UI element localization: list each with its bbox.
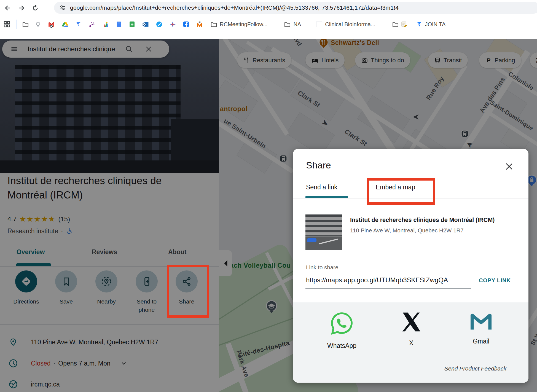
car-image xyxy=(307,238,316,242)
blue-doc-icon xyxy=(116,21,122,28)
apps-grid-icon[interactable] xyxy=(3,21,10,28)
bookmark-green-sheet[interactable] xyxy=(129,21,135,28)
share-app-x[interactable]: X xyxy=(386,311,436,347)
bookmark-check-circle[interactable] xyxy=(156,21,163,28)
notepad-icon xyxy=(401,21,407,28)
site-settings-icon[interactable] xyxy=(59,4,66,11)
bookmark-notepad[interactable] xyxy=(401,21,407,28)
green-sheet-icon xyxy=(129,21,135,28)
bookmark-clinical-bioinforma[interactable]: Clinical Bioinforma... xyxy=(316,21,375,28)
bookmark-facebook[interactable] xyxy=(183,21,189,28)
folder-icon xyxy=(284,21,291,28)
outlook-icon xyxy=(142,21,149,28)
tab-send-a-link[interactable]: Send a link xyxy=(306,184,337,191)
orange-m-icon xyxy=(196,21,203,28)
folder-icon xyxy=(22,21,29,28)
annotation-box-share xyxy=(167,265,209,318)
blue-arrow-icon xyxy=(75,21,82,28)
folder-icon xyxy=(210,21,217,28)
bookmark-purple-dots[interactable] xyxy=(88,21,95,28)
bookmark-bulb[interactable] xyxy=(35,21,41,28)
browser-chrome: google.com/maps/place/Institut+de+recher… xyxy=(0,0,537,39)
pens-icon xyxy=(102,21,109,28)
bookmark-rcmeetingfollow[interactable]: RCMeetingFollow... xyxy=(210,21,267,28)
spark-icon xyxy=(169,21,176,28)
share-app-gmail[interactable]: Gmail xyxy=(456,311,506,345)
bookmark-blue-doc[interactable] xyxy=(116,21,122,28)
drive-icon xyxy=(62,21,69,28)
bookmark-label: NA xyxy=(293,21,301,28)
bookmark-folder[interactable] xyxy=(22,21,29,28)
road-marking xyxy=(319,239,338,245)
share-app-label: X xyxy=(409,339,413,347)
folder-icon xyxy=(392,21,399,28)
share-app-whatsapp[interactable]: WhatsApp xyxy=(317,311,367,350)
x-logo-icon xyxy=(400,311,423,333)
page-content: t BlvdClark StClark Stue Saint-Urbainant… xyxy=(0,39,537,392)
white-square-icon xyxy=(316,21,323,28)
share-link-field[interactable]: https://maps.app.goo.gl/UTUMqb3SKFStZwgQ… xyxy=(306,276,469,284)
address-bar[interactable]: google.com/maps/place/Institut+de+recher… xyxy=(54,2,537,14)
bookmark-label: JOIN TA xyxy=(425,21,446,28)
dialog-place-address: 110 Pine Ave W, Montreal, Quebec H2W 1R7 xyxy=(350,227,464,234)
dialog-title: Share xyxy=(306,160,331,171)
active-tab-underline xyxy=(305,196,348,198)
link-to-share-label: Link to share xyxy=(306,264,338,271)
back-button[interactable] xyxy=(2,2,14,14)
purple-dots-icon xyxy=(88,21,95,28)
jira-icon xyxy=(416,21,423,28)
reload-button[interactable] xyxy=(29,2,41,14)
forward-button[interactable] xyxy=(15,2,28,14)
whatsapp-icon xyxy=(329,311,355,336)
check-circle-icon xyxy=(156,21,163,28)
copy-link-button[interactable]: COPY LINK xyxy=(479,277,511,284)
place-thumbnail xyxy=(305,214,342,250)
bookmark-gmail[interactable] xyxy=(48,21,55,28)
send-product-feedback-link[interactable]: Send Product Feedback xyxy=(444,365,506,372)
bookmark-drive[interactable] xyxy=(62,21,69,28)
gmail-icon xyxy=(48,21,55,28)
gmail-m-icon xyxy=(469,311,493,332)
bookmark-folder[interactable] xyxy=(392,21,399,28)
bookmark-label: RCMeetingFollow... xyxy=(220,21,267,28)
annotation-box-embed xyxy=(367,178,435,205)
bookmark-spark[interactable] xyxy=(169,21,176,28)
bookmarks-bar: RCMeetingFollow...NAClinical Bioinforma.… xyxy=(0,17,537,32)
bookmarks-divider xyxy=(17,20,17,29)
back-icon xyxy=(4,4,12,12)
share-app-label: WhatsApp xyxy=(327,342,356,350)
bookmark-pens[interactable] xyxy=(102,21,109,28)
share-app-label: Gmail xyxy=(473,338,489,345)
bookmark-join-ta[interactable]: JOIN TA xyxy=(416,21,446,28)
browser-window: { "browser": { "url": "google.com/maps/p… xyxy=(0,0,537,392)
url-text: google.com/maps/place/Institut+de+recher… xyxy=(70,4,399,11)
bulb-icon xyxy=(35,21,41,28)
dialog-place-name: Institut de recherches cliniques de Mont… xyxy=(350,217,521,224)
browser-toolbar: google.com/maps/place/Institut+de+recher… xyxy=(0,0,537,16)
bookmark-orange-m[interactable] xyxy=(196,21,203,28)
facebook-icon xyxy=(183,21,189,28)
bookmark-label: Clinical Bioinforma... xyxy=(325,21,375,28)
bookmark-outlook[interactable] xyxy=(142,21,149,28)
share-apps-section: Send Product Feedback WhatsAppXGmail xyxy=(293,302,528,383)
bookmark-na[interactable]: NA xyxy=(284,21,301,28)
input-underline xyxy=(305,288,471,289)
bookmark-blue-arrow[interactable] xyxy=(75,21,82,28)
reload-icon xyxy=(32,4,39,12)
forward-icon xyxy=(18,4,25,12)
close-dialog-button[interactable] xyxy=(503,160,515,173)
